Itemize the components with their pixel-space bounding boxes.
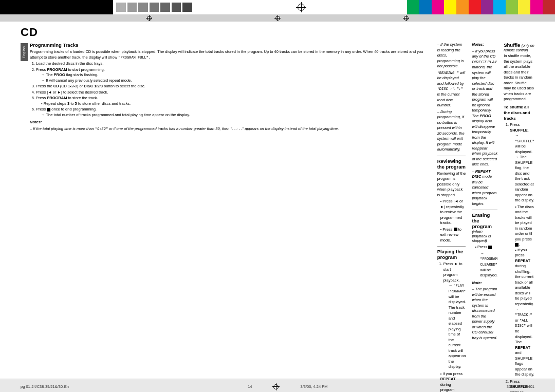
review-intro: Reviewing of the program is possible onl… xyxy=(437,171,466,198)
col3-notes-section: Notes: – If you press any of the CD DIRE… xyxy=(472,42,497,207)
review-bullets: • Press |◄ or ►| repeatedly to review th… xyxy=(437,199,466,243)
erasing-section: Erasing the program (when playback is st… xyxy=(472,212,497,341)
stop-icon-shuffle1 xyxy=(515,243,519,247)
gray-strip-7 xyxy=(182,3,192,12)
top-center-reg xyxy=(195,0,407,14)
step-6: Press once to end programming. → The tot… xyxy=(36,107,431,118)
shuffle-intro: In shuffle mode, the system plays all th… xyxy=(504,53,534,102)
footer-center: 14 3/3/00, 4:24 PM xyxy=(248,383,327,390)
erasing-bullet: • Press → "PROGRAM CLEARED" will be disp… xyxy=(472,245,497,278)
playing-title: Playing the program xyxy=(437,249,466,260)
main-content: CD English Programming Tracks Programmin… xyxy=(0,22,555,377)
swatch-orange xyxy=(456,0,469,14)
col1-title: Programming Tracks xyxy=(30,42,431,48)
swatch-pink xyxy=(530,0,543,14)
col3-note-2: – REPEAT DISC mode will be cancelled whe… xyxy=(472,169,497,207)
col1-programming: Programming Tracks Programming tracks of… xyxy=(30,42,431,392)
registration-mark-center xyxy=(274,15,281,21)
col1-notes: Notes: – If the total playing time is mo… xyxy=(30,120,431,132)
swatch-yellow2 xyxy=(518,0,530,14)
step-3: Press the CD (CD 1•2•3) or DISC 1/2/3 bu… xyxy=(36,84,431,89)
page-title: CD xyxy=(21,26,534,39)
erasing-note-text: – The program will be erased when the sy… xyxy=(472,287,497,341)
shuffle-step-1: Press SHUFFLE. → "SHUFFLE" will be displ… xyxy=(510,122,534,378)
col1-intro: Programming tracks of a loaded CD is pos… xyxy=(30,49,431,60)
review-section: Reviewing the program Reviewing of the p… xyxy=(437,158,466,244)
play-repeat-note: • If you press REPEAT during program pla… xyxy=(437,371,466,392)
program-full-text: "PROGRAM FULL". xyxy=(118,55,151,60)
gray-strip-3 xyxy=(138,3,148,12)
reading-note-2: "READING " will be displayed and followe… xyxy=(437,70,466,108)
registration-mark-footer xyxy=(272,383,280,390)
step-1: Load the desired discs in the disc trays… xyxy=(36,61,431,67)
playing-section: Playing the program Press ► to start pro… xyxy=(437,249,466,392)
reading-note-3: – During programming, if no button is pr… xyxy=(437,109,466,153)
col1-notes-label: Notes: xyxy=(30,120,431,125)
footer-page-num: 14 xyxy=(248,384,252,389)
language-tab: English xyxy=(21,43,28,61)
registration-mark-left xyxy=(146,15,152,21)
gray-strip-6 xyxy=(172,3,181,12)
shuffle-steps: Press SHUFFLE. → "SHUFFLE" will be displ… xyxy=(504,122,534,392)
swatch-green xyxy=(407,0,419,14)
col2-reading-notes: – If the system is reading the discs, pr… xyxy=(437,42,466,153)
col3-notes-label: Notes: xyxy=(472,42,497,48)
play-step-1: Press ► to start program playback. → "PL… xyxy=(443,262,466,370)
divider-2 xyxy=(437,246,466,247)
erasing-subtitle: (when playback is stopped) xyxy=(472,229,491,243)
top-bar-black xyxy=(0,0,113,14)
review-title: Reviewing the program xyxy=(437,158,466,170)
shuffle-subtitle: To shuffle all the discs and tracks xyxy=(504,104,534,122)
playing-steps: Press ► to start program playback. → "PL… xyxy=(437,262,466,370)
gray-strip-5 xyxy=(160,3,170,12)
top-color-bar xyxy=(0,0,555,14)
reading-note-1: – If the system is reading the discs, pr… xyxy=(437,42,466,69)
color-swatches xyxy=(407,0,555,14)
erasing-note-label: Note: xyxy=(472,281,497,286)
swatch-red xyxy=(469,0,481,14)
gray-strips xyxy=(113,0,195,14)
second-decorative-bar xyxy=(0,14,555,22)
swatch-yellow xyxy=(444,0,456,14)
review-bullet-2: • Press to exit review mode. xyxy=(440,227,466,244)
footer-left: pg 01-24/C38-39/21&/30-En xyxy=(21,384,69,389)
gray-strip-4 xyxy=(150,3,159,12)
swatch-blue xyxy=(419,0,432,14)
swatch-lime xyxy=(506,0,518,14)
erasing-title: Erasing the program xyxy=(472,212,492,229)
erasing-note: Note: – The program will be erased when … xyxy=(472,281,497,341)
divider-1 xyxy=(437,156,466,156)
gray-strip-2 xyxy=(127,3,137,12)
col3-notes-erasing: Notes: – If you press any of the CD DIRE… xyxy=(472,42,497,392)
col4-shuffle: Shuffle (only on remote control) In shuf… xyxy=(504,42,534,392)
step-2: Press PROGRAM to start programming. → Th… xyxy=(36,67,431,84)
review-bullet-1: • Press |◄ or ►| repeatedly to review th… xyxy=(440,199,466,226)
swatch-purple xyxy=(481,0,493,14)
col2-review-play: – If the system is reading the discs, pr… xyxy=(437,42,466,392)
col1-note-1: – If the total playing time is more than… xyxy=(30,126,431,132)
stop-icon-review xyxy=(454,228,457,231)
col3-divider xyxy=(472,210,497,210)
swatch-darkred xyxy=(543,0,555,14)
swatch-cyan xyxy=(493,0,506,14)
col1-with-lang: English Programming Tracks Programming t… xyxy=(21,42,431,392)
columns-container: English Programming Tracks Programming t… xyxy=(21,42,534,392)
footer-right: 3139 116 19401 xyxy=(507,384,534,389)
col3-note-1: – If you press any of the CD DIRECT PLAY… xyxy=(472,49,497,167)
stop-icon-col1-step6 xyxy=(47,108,50,111)
step-5: Press PROGRAM to store the track. • Repe… xyxy=(36,96,431,106)
step-4: Press |◄ or ►| to select the desired tra… xyxy=(36,90,431,96)
stop-icon-erase xyxy=(488,246,492,249)
registration-mark-right xyxy=(403,15,409,21)
swatch-magenta xyxy=(432,0,444,14)
footer-date: 3/3/00, 4:24 PM xyxy=(300,384,327,389)
gray-strip-1 xyxy=(116,3,126,12)
col1-steps-list: Load the desired discs in the disc trays… xyxy=(30,61,431,118)
shuffle-title: Shuffle xyxy=(504,42,520,48)
registration-mark-top xyxy=(296,2,306,12)
